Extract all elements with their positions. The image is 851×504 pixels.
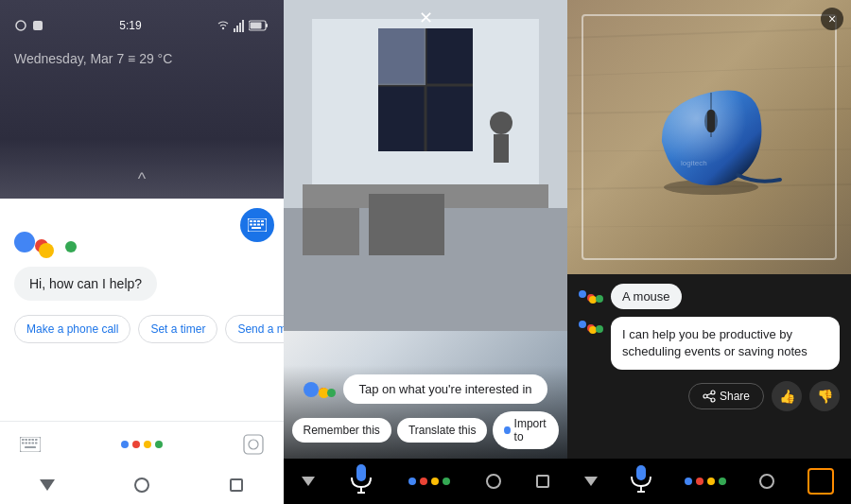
- home-circle-p3: [759, 474, 774, 489]
- response-logo: [579, 321, 603, 334]
- wifi-icon: [217, 19, 230, 32]
- lens-icon-p3: [808, 468, 834, 495]
- svg-rect-1: [33, 21, 43, 30]
- svg-rect-27: [26, 442, 28, 443]
- logo-dot-yellow: [39, 243, 54, 258]
- assistant-dots-small: [579, 290, 603, 304]
- share-icon: [703, 390, 716, 403]
- recent-button[interactable]: [227, 476, 246, 495]
- home-button[interactable]: [132, 476, 151, 495]
- signal-icon: [234, 19, 245, 32]
- gdot-yellow: [144, 441, 151, 448]
- tap-bubble: Tap on what you're interested in: [343, 374, 547, 404]
- chip-translate[interactable]: Translate this: [397, 418, 488, 443]
- gdot-yellow-p2: [431, 478, 439, 485]
- close-button[interactable]: ×: [821, 8, 843, 30]
- panel1-bottom-nav: [0, 421, 284, 466]
- home-circle-icon: [486, 474, 501, 489]
- svg-rect-14: [261, 220, 264, 222]
- home-button-p2[interactable]: [486, 474, 501, 489]
- svg-point-61: [711, 398, 715, 402]
- assistant-logo-small: [304, 380, 336, 398]
- resp-dot-blue: [579, 321, 586, 328]
- svg-line-63: [707, 394, 711, 396]
- chevron-up-icon[interactable]: ^: [138, 169, 146, 189]
- svg-point-60: [711, 391, 715, 394]
- chip-remember[interactable]: Remember this: [292, 418, 391, 443]
- svg-rect-46: [356, 464, 366, 481]
- panel1-header: 5:19 Wednesda: [0, 0, 284, 199]
- mouse-label: A mouse: [611, 284, 682, 309]
- svg-rect-31: [25, 446, 36, 448]
- camera-assistant-row: Tap on what you're interested in: [304, 374, 547, 404]
- gdot-green: [155, 441, 163, 448]
- status-icons-left: [14, 19, 44, 32]
- keyboard-nav-icon[interactable]: [19, 433, 42, 456]
- back-button-p3[interactable]: [584, 477, 598, 486]
- gdot-red-p3: [696, 478, 703, 485]
- gdot-red: [132, 441, 140, 448]
- svg-rect-21: [22, 439, 25, 441]
- mic-button-p2[interactable]: [350, 464, 373, 498]
- status-icons-right: [217, 19, 269, 32]
- mouse-label-row: A mouse: [579, 284, 840, 309]
- action-buttons: Share 👍 👎: [579, 381, 840, 411]
- assistant-response: I can help you be productive by scheduli…: [579, 317, 840, 370]
- panel3-bottom-nav: [567, 459, 851, 504]
- gdot-blue-p3: [685, 478, 692, 485]
- svg-rect-44: [303, 208, 359, 255]
- svg-rect-8: [266, 24, 268, 27]
- svg-rect-26: [22, 442, 25, 443]
- lens-nav-icon[interactable]: [242, 433, 265, 456]
- chip-phone-call[interactable]: Make a phone call: [14, 315, 130, 343]
- svg-rect-9: [250, 23, 261, 29]
- svg-point-2: [222, 27, 224, 29]
- back-triangle-p3: [584, 477, 598, 486]
- panel1-system-nav: [0, 466, 284, 504]
- camera-chips: Remember this Translate this Import to: [293, 411, 558, 449]
- response-text: I can help you be productive by scheduli…: [611, 317, 840, 370]
- logo-dot-blue: [14, 232, 35, 252]
- svg-rect-42: [494, 134, 509, 163]
- svg-rect-11: [250, 220, 252, 222]
- lens-button-p3[interactable]: [808, 468, 834, 495]
- back-button-p2[interactable]: [302, 477, 315, 486]
- svg-rect-3: [234, 28, 235, 32]
- home-button-p3[interactable]: [759, 474, 774, 489]
- pin-dot-icon: [504, 426, 510, 434]
- gdot-red-p2: [420, 478, 427, 485]
- date-weather: Wednesday, Mar 7 ≡ 29 °C: [14, 51, 172, 66]
- chip-set-timer[interactable]: Set a timer: [138, 315, 217, 343]
- sim-icon: [31, 19, 44, 32]
- sdot-green: [596, 295, 603, 303]
- panel-camera-search: ✕ Tap on what you're interested in Remem…: [284, 0, 567, 504]
- thumbdown-button[interactable]: 👎: [809, 381, 840, 411]
- chip-import-text: Import to: [514, 417, 548, 443]
- panel3-content: A mouse I can help you be productive by …: [567, 274, 851, 459]
- room-scene: [284, 0, 567, 331]
- suggestion-chips: Make a phone call Set a timer Send a mes…: [14, 315, 284, 343]
- svg-rect-24: [32, 439, 35, 441]
- svg-rect-45: [369, 194, 444, 255]
- keyboard-button[interactable]: [240, 208, 274, 242]
- svg-rect-25: [35, 439, 38, 441]
- svg-rect-28: [28, 442, 31, 443]
- mouse-photo: logitech ×: [567, 0, 851, 274]
- svg-point-0: [16, 21, 26, 30]
- crosshair-icon: ✕: [419, 8, 433, 28]
- back-triangle-icon: [302, 477, 315, 486]
- panel1-body: Hi, how can I help? Make a phone call Se…: [0, 199, 284, 421]
- google-dots-p2: [408, 478, 450, 485]
- share-button[interactable]: Share: [688, 383, 764, 409]
- recent-button-p2[interactable]: [536, 475, 549, 488]
- svg-rect-22: [26, 439, 28, 441]
- mic-button-p3[interactable]: [631, 465, 651, 497]
- mic-icon-p2: [350, 464, 373, 495]
- mic-icon-p3: [631, 465, 651, 494]
- thumbup-button[interactable]: 👍: [772, 381, 802, 411]
- back-button[interactable]: [38, 476, 57, 495]
- chip-import[interactable]: Import to: [493, 411, 559, 449]
- svg-rect-18: [261, 224, 264, 226]
- panel-assistant-home: 5:19 Wednesda: [0, 0, 284, 504]
- chip-send-message[interactable]: Send a mess…: [225, 315, 284, 343]
